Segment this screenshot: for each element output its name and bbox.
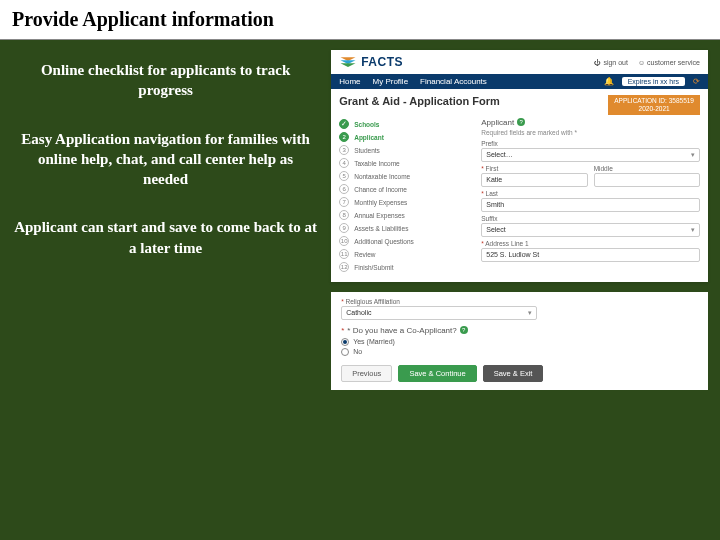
step-schools[interactable]: Schools: [339, 118, 473, 131]
radio-icon: [341, 348, 349, 356]
step-applicant[interactable]: 2Applicant: [339, 131, 473, 144]
checklist-sidebar: Schools 2Applicant 3Students 4Taxable In…: [339, 118, 473, 274]
nav-profile[interactable]: My Profile: [373, 77, 409, 86]
step-annual-expenses[interactable]: 8Annual Expenses: [339, 209, 473, 222]
middle-label: Middle: [594, 165, 700, 172]
help-icon[interactable]: ?: [517, 118, 525, 126]
prefix-select[interactable]: Select…: [481, 148, 700, 162]
religious-affiliation-label: * Religious Affiliation: [341, 298, 698, 305]
bullet-3: Applicant can start and save to come bac…: [14, 217, 317, 258]
address-input[interactable]: 525 S. Ludlow St: [481, 248, 700, 262]
required-note: Required fields are marked with *: [481, 129, 700, 136]
check-icon: [339, 119, 349, 129]
save-exit-button[interactable]: Save & Exit: [483, 365, 544, 382]
facts-logo-icon: [339, 54, 357, 70]
step-students[interactable]: 3Students: [339, 144, 473, 157]
step-finish[interactable]: 12Finish/Submit: [339, 261, 473, 274]
radio-icon: [341, 338, 349, 346]
bell-icon[interactable]: 🔔: [604, 77, 614, 86]
user-icon: ☺: [638, 59, 645, 66]
signout-link[interactable]: ⏻sign out: [594, 59, 628, 66]
step-review[interactable]: 11Review: [339, 248, 473, 261]
applicant-form: Applicant? Required fields are marked wi…: [481, 118, 700, 274]
first-input[interactable]: Katie: [481, 173, 587, 187]
suffix-label: Suffix: [481, 215, 700, 222]
right-column: FACTS ⏻sign out ☺customer service Home M…: [331, 40, 720, 538]
form-title: Grant & Aid - Application Form: [339, 95, 500, 107]
radio-yes[interactable]: Yes (Married): [341, 337, 698, 347]
bullet-2: Easy Application navigation for families…: [14, 129, 317, 190]
step-taxable-income[interactable]: 4Taxable Income: [339, 157, 473, 170]
first-label: * First: [481, 165, 587, 172]
app-screenshot-main: FACTS ⏻sign out ☺customer service Home M…: [331, 50, 708, 282]
navbar: Home My Profile Financial Accounts 🔔 Exp…: [331, 74, 708, 89]
customer-service-link[interactable]: ☺customer service: [638, 59, 700, 66]
help-icon[interactable]: ?: [460, 326, 468, 334]
save-continue-button[interactable]: Save & Continue: [398, 365, 476, 382]
address-label: * Address Line 1: [481, 240, 700, 247]
nav-home[interactable]: Home: [339, 77, 360, 86]
left-column: Online checklist for applicants to track…: [0, 40, 331, 538]
step-chance-income[interactable]: 6Chance of Income: [339, 183, 473, 196]
radio-no[interactable]: No: [341, 347, 698, 357]
prefix-label: Prefix: [481, 140, 700, 147]
previous-button[interactable]: Previous: [341, 365, 392, 382]
title-bar: Provide Applicant information: [0, 0, 720, 40]
coapplicant-question: * Do you have a Co-Applicant?: [347, 326, 456, 335]
nav-accounts[interactable]: Financial Accounts: [420, 77, 487, 86]
bullet-1: Online checklist for applicants to track…: [14, 60, 317, 101]
session-expires: Expires in xx hrs: [622, 77, 685, 86]
app-screenshot-lower: * Religious Affiliation Catholic * * Do …: [331, 292, 708, 390]
middle-input[interactable]: [594, 173, 700, 187]
slide-title: Provide Applicant information: [12, 8, 708, 31]
step-nontaxable-income[interactable]: 5Nontaxable Income: [339, 170, 473, 183]
section-heading: Applicant: [481, 118, 514, 127]
refresh-icon[interactable]: ⟳: [693, 77, 700, 86]
logo-text: FACTS: [361, 55, 403, 69]
last-label: * Last: [481, 190, 700, 197]
suffix-select[interactable]: Select: [481, 223, 700, 237]
application-id-badge: APPLICATION ID: 3585519 2020-2021: [608, 95, 700, 115]
logo: FACTS: [339, 54, 403, 70]
last-input[interactable]: Smith: [481, 198, 700, 212]
step-monthly-expenses[interactable]: 7Monthly Expenses: [339, 196, 473, 209]
step-additional-questions[interactable]: 10Additional Questions: [339, 235, 473, 248]
power-icon: ⏻: [594, 59, 601, 66]
religious-affiliation-select[interactable]: Catholic: [341, 306, 537, 320]
step-assets-liabilities[interactable]: 9Assets & Liabilities: [339, 222, 473, 235]
